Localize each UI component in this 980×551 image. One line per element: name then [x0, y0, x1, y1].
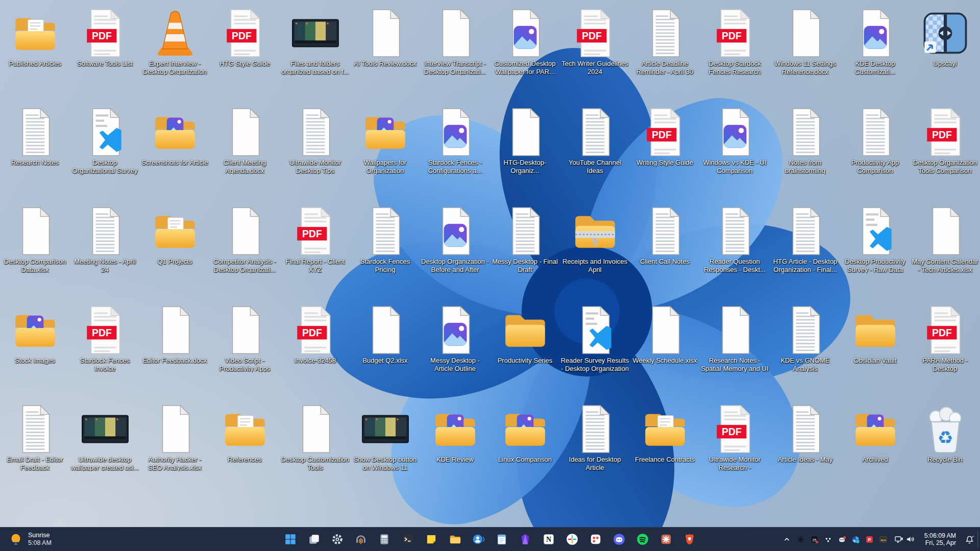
desktop-icon[interactable]: Research Notes - Spatial Memory and UI D… — [700, 300, 770, 399]
bambu-studio-icon[interactable] — [656, 529, 676, 549]
show-desktop-button[interactable] — [977, 531, 980, 548]
desktop-icon[interactable]: Competitor Analysis - Desktop Organizati… — [210, 201, 280, 300]
desktop-icon[interactable]: Notes from brainstorming — [770, 102, 840, 201]
dots3-icon[interactable] — [821, 530, 835, 548]
desktop-icon[interactable]: Ultrawide Monitor Desktop Tips — [280, 102, 350, 201]
desktop-icon[interactable]: HTG Article - Desktop Organization - Fin… — [770, 201, 840, 300]
desktop-icon[interactable]: Productivity Series — [490, 300, 560, 399]
notepad-icon[interactable] — [492, 529, 511, 549]
desktop-icon[interactable]: PDFSoftware Tools List — [70, 3, 140, 102]
slack-icon[interactable] — [562, 529, 582, 549]
desktop-icon[interactable]: Linux Comparison — [490, 399, 560, 498]
desktop-icon[interactable]: May Content Calendar - Tech Articles.xls… — [910, 201, 980, 300]
desktop-icon[interactable]: Obsidian Vault — [840, 300, 910, 399]
calendar-25-icon[interactable]: 25 — [807, 530, 821, 548]
desktop-icon[interactable]: Desktop Comparison Data.xlsx — [0, 201, 70, 300]
desktop-icon[interactable]: Windows 11 Settings Reference.docx — [770, 3, 840, 102]
network-volume-status[interactable] — [890, 530, 920, 548]
desktop-icon[interactable]: Article Ideas - May — [770, 399, 840, 498]
desktop-icon[interactable]: Expert Interview - Desktop Organization — [140, 3, 210, 102]
desktop-icon[interactable]: Editor Feedback.docx — [140, 300, 210, 399]
desktop-icon[interactable]: PDFFinal Report - Client XYZ — [280, 201, 350, 300]
weather-widget[interactable]: Sunrise 5:08 AM — [2, 529, 58, 549]
picsart-icon[interactable]: P — [863, 530, 876, 548]
desktop-icon[interactable]: Desktop Productivity Survey - Raw Data — [840, 201, 910, 300]
desktop-icon[interactable]: Freelance Contracts — [630, 399, 700, 498]
desktop-icon[interactable]: Show Desktop button on Windows 11 taskba… — [350, 399, 420, 498]
settings-icon[interactable] — [328, 529, 347, 549]
spotify-icon[interactable] — [633, 529, 652, 549]
people-icon[interactable] — [469, 529, 488, 549]
desktop-icon[interactable]: Ideas for Desktop Article — [560, 399, 630, 498]
desktop-icon[interactable]: Client Call Notes — [630, 201, 700, 300]
desktop-icon[interactable]: Authority Hacker - SEO Analysis.xlsx — [140, 399, 210, 498]
desktop-icon[interactable]: Desktop Customization Tools — [280, 399, 350, 498]
desktop-icon[interactable]: PDFUltrawide Monitor Research - Producti… — [700, 399, 770, 498]
desktop-icon[interactable]: PDFWriting Style Guide — [630, 102, 700, 201]
discord-icon[interactable] — [609, 529, 629, 549]
desktop-icon[interactable]: PDFHTG Style Guide — [210, 3, 280, 102]
calculator-icon[interactable] — [375, 529, 394, 549]
desktop-icon[interactable]: Article Deadline Reminder - April 30 — [630, 3, 700, 102]
terminal-icon[interactable] — [398, 529, 418, 549]
desktop-icon[interactable]: YouTube Channel Ideas — [560, 102, 630, 201]
desktop-icon[interactable]: KDE Review — [420, 399, 490, 498]
desktop-icon[interactable]: Desktop Organization - Before and After — [420, 201, 490, 300]
taskbar-clock[interactable]: 5:06:09 AM Fri, 25, Apr — [920, 530, 961, 548]
desktop-icon[interactable]: Screenshots for Article — [140, 102, 210, 201]
desktop-icon[interactable]: Published Articles — [0, 3, 70, 102]
photos-grid-icon[interactable] — [876, 530, 890, 548]
task-view-icon[interactable] — [304, 529, 324, 549]
desktop-icon[interactable]: KDE vs GNOME Analysis — [770, 300, 840, 399]
desktop-icon[interactable]: Messy Desktop - Final Draft — [490, 201, 560, 300]
desktop-icon[interactable]: Budget Q2.xlsx — [350, 300, 420, 399]
desktop-icon[interactable]: Reader Survey Results - Desktop Organiza… — [560, 300, 630, 399]
desktop-icon[interactable]: Messy Desktop - Article Outline — [420, 300, 490, 399]
desktop-icon[interactable]: PDFPARA Method - Desktop Implementation … — [910, 300, 980, 399]
desktop-icon[interactable]: PDFTech Writer Guidelines 2024 — [560, 3, 630, 102]
desktop-icon[interactable]: Video Script - Productivity Apps — [210, 300, 280, 399]
desktop-icon[interactable]: Meeting Notes - April 24 — [70, 201, 140, 300]
desktop-icon[interactable]: Windows vs KDE - UI Comparison Screensho… — [700, 102, 770, 201]
desktop-icon[interactable]: Productivity App Comparison Matrix.xlsx — [840, 102, 910, 201]
obsidian-icon[interactable] — [516, 529, 535, 549]
desktop-icon[interactable]: References — [210, 399, 280, 498]
desktop-icon[interactable]: PDFInvoice-32458 — [280, 300, 350, 399]
desktop-icon[interactable]: Reader Question Responses - Deskt... — [700, 201, 770, 300]
notification-bell-icon[interactable]: zz — [961, 530, 978, 548]
desktop-icon[interactable]: ♻Recycle Bin — [910, 399, 980, 498]
desktop-icon[interactable]: Research Notes — [0, 102, 70, 201]
pinwheel-icon[interactable] — [849, 530, 863, 548]
discord-tray-icon[interactable] — [835, 530, 849, 548]
start-icon[interactable] — [281, 529, 300, 549]
desktop-icon[interactable]: Stardock Fences Pricing Comparison.xlsx — [350, 201, 420, 300]
desktop-icon[interactable]: Upscayl — [910, 3, 980, 102]
desktop-icon[interactable]: Stardock Fences - Configurations a... — [420, 102, 490, 201]
desktop-icon[interactable]: Interview Transcript - Desktop Organizat… — [420, 3, 490, 102]
dots-app-icon[interactable] — [586, 529, 605, 549]
desktop-icon[interactable]: Customized Desktop Wallpaper for PAR... — [490, 3, 560, 102]
desktop-icon[interactable]: PDFDesktop Organization Tools Comparison — [910, 102, 980, 201]
desktop-icon[interactable]: HTG-Desktop-Organiz... — [490, 102, 560, 201]
brave-icon[interactable] — [680, 529, 699, 549]
desktop-icon[interactable]: Desktop Organizational Survey Results — [70, 102, 140, 201]
file-explorer-icon[interactable] — [445, 529, 464, 549]
desktop-icon[interactable]: Archived — [840, 399, 910, 498]
desktop-icon[interactable]: Client Meeting Agenda.docx — [210, 102, 280, 201]
desktop-icon[interactable]: PDFStardock Fences Invoice — [70, 300, 140, 399]
notion-icon[interactable]: N — [539, 529, 558, 549]
desktop-icon[interactable]: AI Tools Review.docx — [350, 3, 420, 102]
desktop-icon[interactable]: Wallpapers for Organization — [350, 102, 420, 201]
desktop-icon[interactable]: Q1 Projects — [140, 201, 210, 300]
desktop-icon[interactable]: Weekly Schedule.xlsx — [630, 300, 700, 399]
audacity-icon[interactable] — [351, 529, 371, 549]
chevron-up-icon[interactable] — [780, 530, 794, 548]
sticky-notes-icon[interactable] — [422, 529, 441, 549]
desktop-icon[interactable]: PDFDesktop Stardock Fences Research — [700, 3, 770, 102]
desktop-icon[interactable]: Ultrawide desktop wallpaper created usi.… — [70, 399, 140, 498]
autohotkey-icon[interactable] — [794, 530, 807, 548]
desktop-icon[interactable]: Email Draft - Editor Feedback — [0, 399, 70, 498]
desktop-icon[interactable]: Files and folders organized based on f..… — [280, 3, 350, 102]
desktop-icon[interactable]: Receipts and Invoices April — [560, 201, 630, 300]
desktop-icon[interactable]: Stock Images — [0, 300, 70, 399]
